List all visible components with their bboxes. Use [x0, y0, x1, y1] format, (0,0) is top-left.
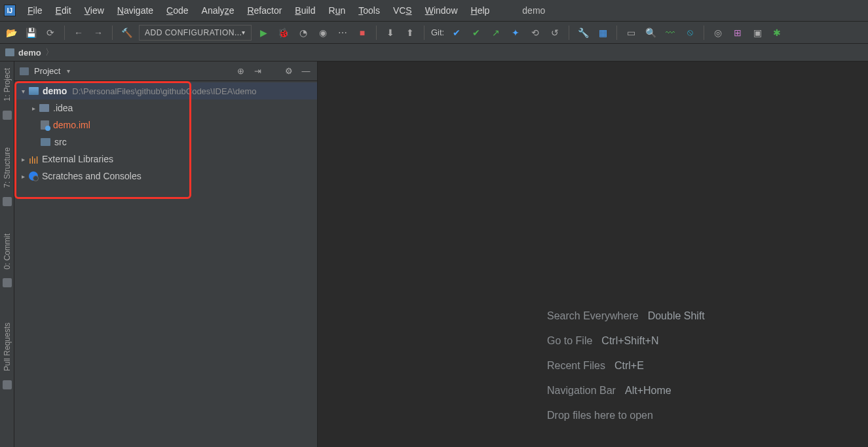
- folder-icon: [41, 138, 50, 146]
- rail-pull-icon: [3, 380, 12, 389]
- breadcrumb-separator: 〉: [45, 46, 54, 58]
- breadcrumb-root[interactable]: demo: [18, 48, 41, 58]
- chevron-collapsed-icon[interactable]: ▸: [18, 173, 28, 180]
- plugins-icon[interactable]: ◎: [711, 26, 725, 40]
- tree-node-label: Scratches and Consoles: [42, 171, 142, 181]
- open-icon[interactable]: 📂: [4, 26, 18, 40]
- menu-code[interactable]: Code: [161, 3, 193, 18]
- refresh-icon[interactable]: ⟳: [43, 26, 58, 40]
- back-icon[interactable]: ←: [71, 26, 86, 40]
- menu-file[interactable]: File: [22, 3, 48, 18]
- tree-root[interactable]: ▾ demo D:\PersonalFiles\github\githubCod…: [14, 82, 317, 99]
- build-icon[interactable]: 🔨: [119, 26, 134, 40]
- stop-circle-icon[interactable]: ⦸: [683, 26, 697, 40]
- more-icon[interactable]: ▣: [750, 26, 764, 40]
- tree-node-label: .idea: [53, 103, 73, 113]
- rail-structure[interactable]: 7: Structure: [3, 145, 12, 190]
- profile-icon[interactable]: ◉: [316, 26, 330, 40]
- menu-help[interactable]: Help: [466, 3, 495, 18]
- menu-view[interactable]: View: [79, 3, 109, 18]
- coverage-icon[interactable]: ◔: [296, 26, 311, 40]
- vcs-commit-icon[interactable]: ⬆: [403, 26, 417, 40]
- minimize-icon[interactable]: —: [300, 65, 312, 77]
- left-tool-rail: 1: Project 7: Structure 0: Commit Pull R…: [0, 62, 14, 447]
- window-project-name: demo: [522, 5, 545, 16]
- stop-icon[interactable]: ■: [355, 26, 369, 40]
- menu-edit[interactable]: Edit: [50, 3, 77, 18]
- menu-build[interactable]: Build: [290, 3, 320, 18]
- git-commit-icon[interactable]: ✔: [469, 26, 483, 40]
- menu-refactor[interactable]: Refactor: [242, 3, 287, 18]
- save-icon[interactable]: 💾: [24, 26, 38, 40]
- chevron-down-icon: ▾: [242, 29, 246, 36]
- project-tool-window: Project ▾ ⊕ ⇥ ⚙ — ▾ demo D:\PersonalFile…: [14, 62, 318, 447]
- menu-analyze[interactable]: Analyze: [197, 3, 240, 18]
- hint-drop: Drop files here to open: [547, 403, 653, 428]
- git-revert-icon[interactable]: ↺: [548, 26, 562, 40]
- tree-node-label: demo.iml: [53, 120, 90, 130]
- folder-icon: [39, 104, 49, 112]
- hint-nav-key: Alt+Home: [625, 378, 671, 403]
- chevron-collapsed-icon[interactable]: ▸: [29, 105, 38, 112]
- tree-node-idea[interactable]: ▸ .idea: [14, 99, 317, 116]
- iml-file-icon: [41, 120, 49, 130]
- project-panel-header: Project ▾ ⊕ ⇥ ⚙ —: [14, 62, 317, 81]
- tree-node-scratches[interactable]: ▸ Scratches and Consoles: [14, 168, 317, 185]
- vcs-update-icon[interactable]: ⬇: [383, 26, 398, 40]
- libraries-icon: ılıl: [29, 155, 38, 163]
- tree-root-path: D:\PersonalFiles\github\githubCodes\IDEA…: [72, 86, 256, 96]
- tree-node-src[interactable]: src: [14, 134, 317, 151]
- wrench-icon[interactable]: 🔧: [576, 26, 590, 40]
- hint-nav-label: Navigation Bar: [547, 378, 616, 403]
- tree-root-name: demo: [43, 86, 67, 96]
- rail-commit[interactable]: 0: Commit: [3, 231, 12, 272]
- run-icon[interactable]: ▶: [257, 26, 271, 40]
- locate-icon[interactable]: ⊕: [235, 65, 246, 77]
- debug-icon[interactable]: 🐞: [276, 26, 291, 40]
- project-panel-title[interactable]: Project: [34, 66, 60, 76]
- chevron-collapsed-icon[interactable]: ▸: [18, 156, 28, 163]
- grid-icon[interactable]: ⊞: [730, 26, 745, 40]
- rail-pull-requests[interactable]: Pull Requests: [3, 320, 12, 374]
- rail-project-icon: [3, 111, 12, 120]
- chevron-down-icon[interactable]: ▾: [67, 67, 70, 75]
- hint-goto-label: Go to File: [547, 329, 592, 353]
- run-config-selector[interactable]: ADD CONFIGURATION...▾: [139, 25, 252, 41]
- puzzle-icon[interactable]: ✱: [770, 26, 784, 40]
- menu-tools[interactable]: Tools: [353, 3, 385, 18]
- project-tree[interactable]: ▾ demo D:\PersonalFiles\github\githubCod…: [14, 81, 317, 447]
- editor-empty-state[interactable]: Search EverywhereDouble Shift Go to File…: [318, 62, 868, 447]
- forward-icon[interactable]: →: [91, 26, 105, 40]
- tree-node-label: src: [54, 137, 67, 147]
- rail-structure-icon: [3, 197, 12, 206]
- module-folder-icon: [29, 87, 39, 95]
- chevron-expanded-icon[interactable]: ▾: [18, 88, 28, 95]
- collapse-icon[interactable]: ⇥: [252, 65, 263, 77]
- tree-node-label: External Libraries: [42, 154, 113, 164]
- navigation-bar[interactable]: demo 〉: [0, 44, 868, 62]
- hint-recent-label: Recent Files: [547, 353, 605, 378]
- menu-vcs[interactable]: VCS: [388, 3, 417, 18]
- search-icon[interactable]: 🔍: [643, 26, 658, 40]
- folder-icon: [5, 48, 14, 56]
- app-icon: IJ: [4, 5, 16, 16]
- git-push-icon[interactable]: ↗: [489, 26, 503, 40]
- attach-icon[interactable]: ⋯: [335, 26, 350, 40]
- gear-icon[interactable]: ⚙: [283, 65, 295, 77]
- menu-window[interactable]: Window: [420, 3, 463, 18]
- git-merge-icon[interactable]: ✦: [508, 26, 523, 40]
- rail-project[interactable]: 1: Project: [3, 65, 12, 104]
- hint-recent-key: Ctrl+E: [614, 353, 644, 378]
- menu-run[interactable]: Run: [324, 3, 351, 18]
- git-history-icon[interactable]: ⟲: [528, 26, 542, 40]
- hint-search-key: Double Shift: [648, 304, 705, 329]
- main-toolbar: 📂 💾 ⟳ ← → 🔨 ADD CONFIGURATION...▾ ▶ 🐞 ◔ …: [0, 22, 868, 44]
- structure-icon[interactable]: ▦: [595, 26, 610, 40]
- git-pull-icon[interactable]: ✔: [449, 26, 464, 40]
- menu-navigate[interactable]: Navigate: [112, 3, 159, 18]
- sdk-icon[interactable]: ▭: [624, 26, 638, 40]
- chart-icon[interactable]: 〰: [663, 26, 677, 40]
- tree-node-iml[interactable]: demo.iml: [14, 116, 317, 134]
- tree-node-external-libraries[interactable]: ▸ ılıl External Libraries: [14, 151, 317, 168]
- rail-commit-icon: [3, 278, 12, 287]
